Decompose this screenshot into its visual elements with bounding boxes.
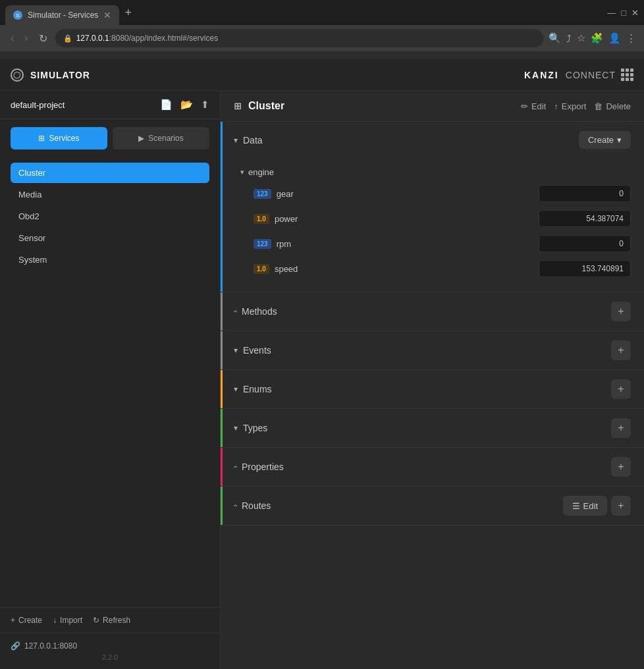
- properties-section: › Properties +: [221, 448, 644, 487]
- apps-grid-icon[interactable]: [621, 68, 633, 81]
- gear-field-name: gear: [277, 189, 294, 199]
- delete-label: Delete: [606, 101, 631, 111]
- properties-add-button[interactable]: +: [611, 457, 631, 477]
- app: ◯ SIMULATOR KANZI CONNECT default-projec…: [0, 59, 644, 669]
- forward-button[interactable]: ›: [22, 30, 30, 47]
- create-btn-chevron: ▾: [617, 135, 622, 145]
- new-file-button[interactable]: 📄: [160, 99, 173, 111]
- power-field-value[interactable]: 54.387074: [539, 210, 631, 227]
- gear-field-value[interactable]: 0: [539, 185, 631, 202]
- sidebar: default-project 📄 📂 ⬆ ⊞ Services ▶ Scena…: [0, 91, 221, 669]
- types-chevron-icon: ▾: [234, 423, 238, 433]
- maximize-button[interactable]: □: [621, 8, 626, 18]
- open-folder-button[interactable]: 📂: [180, 99, 193, 111]
- search-icon[interactable]: 🔍: [549, 32, 561, 44]
- account-icon[interactable]: 👤: [608, 32, 621, 44]
- properties-section-header[interactable]: › Properties +: [221, 448, 644, 486]
- types-section-left: ▾ Types: [234, 423, 267, 433]
- routes-edit-button[interactable]: ☰ Edit: [563, 496, 607, 516]
- rpm-field-value[interactable]: 0: [539, 235, 631, 252]
- create-action[interactable]: + Create: [11, 616, 42, 625]
- table-row: 123 rpm 0: [254, 231, 631, 256]
- speed-type-badge: 1.0: [254, 264, 269, 274]
- edit-button[interactable]: ✏ Edit: [521, 101, 546, 111]
- scenarios-tab-icon: ▶: [138, 134, 144, 143]
- routes-section-title: Routes: [242, 500, 271, 511]
- methods-section: › Methods +: [221, 292, 644, 331]
- menu-icon[interactable]: ⋮: [626, 32, 636, 44]
- create-label: Create: [18, 616, 42, 625]
- service-item-media[interactable]: Media: [11, 184, 209, 205]
- address-text: 127.0.0.1:8080/app/index.html#/services: [76, 34, 218, 43]
- data-row-left-gear: 123 gear: [254, 189, 539, 199]
- delete-button[interactable]: 🗑 Delete: [594, 101, 631, 111]
- tab-close-button[interactable]: ✕: [103, 10, 111, 20]
- bookmark-icon[interactable]: ☆: [577, 32, 585, 44]
- link-icon: 🔗: [11, 641, 20, 651]
- browser-toolbar: ‹ › ↻ 🔒 127.0.0.1:8080/app/index.html#/s…: [0, 25, 644, 51]
- refresh-action[interactable]: ↻ Refresh: [93, 616, 130, 625]
- tab-favicon: S: [13, 11, 22, 20]
- address-bar[interactable]: 🔒 127.0.0.1:8080/app/index.html#/service…: [55, 29, 543, 47]
- export-label: Export: [562, 101, 587, 111]
- enums-section-header[interactable]: ▾ Enums +: [221, 370, 644, 408]
- scenarios-tab-label: Scenarios: [148, 134, 183, 143]
- sidebar-actions: + Create ↓ Import ↻ Refresh: [11, 616, 209, 625]
- back-button[interactable]: ‹: [8, 30, 16, 47]
- main-layout: default-project 📄 📂 ⬆ ⊞ Services ▶ Scena…: [0, 91, 644, 669]
- types-add-button[interactable]: +: [611, 418, 631, 438]
- sliders-icon: ⊞: [234, 101, 242, 111]
- extensions-icon[interactable]: 🧩: [591, 32, 603, 44]
- methods-add-button[interactable]: +: [611, 302, 631, 321]
- data-section: ▾ Data Create ▾ ▾ engine: [221, 122, 644, 292]
- service-item-obd2[interactable]: Obd2: [11, 206, 209, 227]
- speed-field-value[interactable]: 153.740891: [539, 260, 631, 277]
- enums-add-button[interactable]: +: [611, 379, 631, 399]
- table-row: 123 gear 0: [254, 181, 631, 206]
- upload-button[interactable]: ⬆: [201, 99, 209, 111]
- services-tab-label: Services: [49, 134, 79, 143]
- enums-section-left: ▾ Enums: [234, 384, 272, 394]
- export-button[interactable]: ↑ Export: [554, 101, 586, 111]
- data-create-button[interactable]: Create ▾: [579, 131, 631, 149]
- content-header-actions: ✏ Edit ↑ Export 🗑 Delete: [521, 101, 631, 111]
- enums-section: ▾ Enums +: [221, 370, 644, 409]
- routes-section-header[interactable]: › Routes ☰ Edit +: [221, 487, 644, 525]
- service-item-sensor[interactable]: Sensor: [11, 228, 209, 248]
- share-icon[interactable]: ⤴: [566, 33, 572, 44]
- power-field-name: power: [275, 214, 298, 224]
- close-window-button[interactable]: ✕: [631, 8, 639, 18]
- import-action[interactable]: ↓ Import: [53, 616, 82, 625]
- routes-actions: ☰ Edit +: [563, 496, 631, 516]
- security-icon: 🔒: [63, 34, 72, 43]
- content-area: ⊞ Cluster ✏ Edit ↑ Export 🗑 Delete: [221, 91, 644, 669]
- service-item-cluster[interactable]: Cluster: [11, 163, 209, 183]
- data-section-header[interactable]: ▾ Data Create ▾: [221, 122, 644, 158]
- project-header: default-project 📄 📂 ⬆: [0, 91, 220, 119]
- engine-group-header[interactable]: ▾ engine: [240, 163, 631, 181]
- types-section-title: Types: [243, 423, 267, 433]
- types-section-header[interactable]: ▾ Types +: [221, 409, 644, 447]
- project-actions: 📄 📂 ⬆: [160, 99, 209, 111]
- routes-add-button[interactable]: +: [611, 496, 631, 516]
- data-section-content: ▾ engine 123 gear 0: [221, 158, 644, 292]
- edit-icon: ✏: [521, 101, 528, 111]
- events-section-title: Events: [243, 345, 271, 356]
- service-item-system[interactable]: System: [11, 250, 209, 270]
- services-tab[interactable]: ⊞ Services: [11, 127, 107, 149]
- events-section-left: ▾ Events: [234, 345, 271, 356]
- table-row: 1.0 power 54.387074: [254, 206, 631, 231]
- reload-button[interactable]: ↻: [36, 30, 50, 47]
- minimize-button[interactable]: —: [607, 8, 616, 18]
- simulator-icon: ◯: [11, 68, 24, 82]
- new-tab-button[interactable]: +: [119, 6, 137, 20]
- methods-section-header[interactable]: › Methods +: [221, 292, 644, 331]
- scenarios-tab[interactable]: ▶ Scenarios: [113, 127, 209, 149]
- project-name: default-project: [11, 100, 65, 110]
- browser-chrome: S Simulator - Services ✕ + — □ ✕ ‹ › ↻ 🔒…: [0, 0, 644, 59]
- version-label: 2.2.0: [11, 653, 209, 661]
- events-add-button[interactable]: +: [611, 340, 631, 360]
- active-tab[interactable]: S Simulator - Services ✕: [5, 5, 119, 25]
- brand-name: KANZI: [524, 70, 559, 80]
- events-section-header[interactable]: ▾ Events +: [221, 331, 644, 369]
